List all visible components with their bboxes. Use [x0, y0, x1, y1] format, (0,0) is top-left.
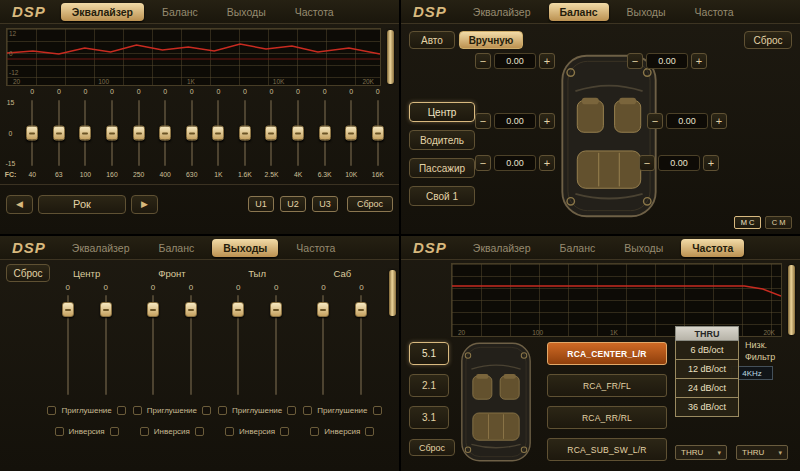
invert-checkbox-left[interactable]	[140, 427, 149, 436]
zone-button[interactable]: Пассажир	[409, 158, 475, 178]
mode-button[interactable]: 3.1	[409, 406, 449, 429]
tab-balance[interactable]: Баланс	[148, 239, 206, 257]
eq-reset-button[interactable]: Сброс	[347, 196, 393, 212]
rca-channel-button[interactable]: RCA_CENTER_L/R	[547, 342, 667, 365]
eq-graph-scrollbar[interactable]	[387, 30, 394, 84]
slider-thumb[interactable]	[53, 126, 65, 141]
eq-band-slider[interactable]	[232, 98, 259, 168]
mute-checkbox-left[interactable]	[303, 406, 312, 415]
eq-band-slider[interactable]	[205, 98, 232, 168]
mute-checkbox-right[interactable]	[373, 406, 382, 415]
eq-band-slider[interactable]	[19, 98, 46, 168]
mute-checkbox-left[interactable]	[218, 406, 227, 415]
tab-balance[interactable]: Баланс	[549, 3, 609, 21]
invert-checkbox-left[interactable]	[310, 427, 319, 436]
slider-thumb[interactable]	[62, 302, 74, 317]
preset-prev-button[interactable]: ◀	[6, 195, 33, 214]
memory-button[interactable]: U3	[312, 196, 338, 212]
tab-equalizer[interactable]: Эквалайзер	[462, 3, 542, 21]
outputs-reset-button[interactable]: Сброс	[6, 264, 50, 282]
eq-band-slider[interactable]	[365, 98, 392, 168]
eq-band-slider[interactable]	[311, 98, 338, 168]
channel-slider[interactable]	[97, 293, 115, 397]
mute-checkbox-right[interactable]	[117, 406, 126, 415]
minus-button[interactable]: −	[475, 53, 491, 69]
preset-button[interactable]: Рок	[38, 195, 126, 214]
rca-channel-button[interactable]: RCA_SUB_SW_L/R	[547, 438, 667, 461]
eq-band-slider[interactable]	[178, 98, 205, 168]
invert-checkbox-left[interactable]	[225, 427, 234, 436]
tab-frequency[interactable]: Частота	[284, 3, 345, 21]
eq-band-slider[interactable]	[152, 98, 179, 168]
eq-band-slider[interactable]	[125, 98, 152, 168]
slider-thumb[interactable]	[270, 302, 282, 317]
mute-checkbox-right[interactable]	[202, 406, 211, 415]
slope-option[interactable]: 12 dB/oct	[675, 360, 739, 379]
slider-thumb[interactable]	[239, 126, 251, 141]
manual-button[interactable]: Вручную	[459, 31, 523, 49]
thru-select[interactable]: THRU ▾	[736, 445, 788, 460]
plus-button[interactable]: +	[711, 113, 727, 129]
invert-checkbox-right[interactable]	[110, 427, 119, 436]
mute-checkbox-left[interactable]	[133, 406, 142, 415]
eq-band-slider[interactable]	[46, 98, 73, 168]
slider-thumb[interactable]	[212, 126, 224, 141]
invert-checkbox-right[interactable]	[195, 427, 204, 436]
slider-thumb[interactable]	[372, 126, 384, 141]
balance-reset-button[interactable]: Сброс	[744, 31, 792, 49]
channel-slider[interactable]	[314, 293, 332, 397]
slider-thumb[interactable]	[147, 302, 159, 317]
invert-checkbox-right[interactable]	[280, 427, 289, 436]
tab-equalizer[interactable]: Эквалайзер	[61, 239, 141, 257]
preset-next-button[interactable]: ▶	[131, 195, 158, 214]
plus-button[interactable]: +	[539, 53, 555, 69]
minus-button[interactable]: −	[639, 155, 655, 171]
zone-button[interactable]: Центр	[409, 102, 475, 122]
slope-option[interactable]: 6 dB/oct	[675, 341, 739, 360]
slider-thumb[interactable]	[186, 126, 198, 141]
slider-thumb[interactable]	[133, 126, 145, 141]
slider-thumb[interactable]	[79, 126, 91, 141]
auto-button[interactable]: Авто	[409, 31, 455, 49]
zone-button[interactable]: Водитель	[409, 130, 475, 150]
frequency-reset-button[interactable]: Сброс	[409, 439, 455, 456]
slope-option[interactable]: 24 dB/oct	[675, 379, 739, 398]
slider-thumb[interactable]	[292, 126, 304, 141]
eq-band-slider[interactable]	[258, 98, 285, 168]
slider-thumb[interactable]	[232, 302, 244, 317]
eq-band-slider[interactable]	[72, 98, 99, 168]
minus-button[interactable]: −	[475, 113, 491, 129]
tab-frequency[interactable]: Частота	[684, 3, 745, 21]
rca-channel-button[interactable]: RCA_FR/FL	[547, 374, 667, 397]
outputs-scrollbar[interactable]	[389, 270, 396, 316]
thru-select[interactable]: THRU ▾	[675, 445, 727, 460]
tab-outputs[interactable]: Выходы	[216, 3, 277, 21]
plus-button[interactable]: +	[691, 53, 707, 69]
plus-button[interactable]: +	[539, 155, 555, 171]
zone-button[interactable]: Свой 1	[409, 186, 475, 206]
channel-slider[interactable]	[267, 293, 285, 397]
plus-button[interactable]: +	[539, 113, 555, 129]
mode-button[interactable]: 5.1	[409, 342, 449, 365]
minus-button[interactable]: −	[647, 113, 663, 129]
eq-band-slider[interactable]	[338, 98, 365, 168]
tab-outputs[interactable]: Выходы	[212, 239, 278, 257]
tab-outputs[interactable]: Выходы	[616, 3, 677, 21]
eq-band-slider[interactable]	[285, 98, 312, 168]
slider-thumb[interactable]	[319, 126, 331, 141]
mc-button[interactable]: M C	[734, 216, 761, 229]
channel-slider[interactable]	[352, 293, 370, 397]
slider-thumb[interactable]	[100, 302, 112, 317]
channel-slider[interactable]	[144, 293, 162, 397]
tab-frequency[interactable]: Частота	[681, 239, 744, 257]
slider-thumb[interactable]	[345, 126, 357, 141]
slider-thumb[interactable]	[355, 302, 367, 317]
memory-button[interactable]: U1	[248, 196, 274, 212]
invert-checkbox-right[interactable]	[365, 427, 374, 436]
eq-band-slider[interactable]	[99, 98, 126, 168]
minus-button[interactable]: −	[475, 155, 491, 171]
tab-frequency[interactable]: Частота	[285, 239, 346, 257]
slider-thumb[interactable]	[106, 126, 118, 141]
slider-thumb[interactable]	[265, 126, 277, 141]
memory-button[interactable]: U2	[280, 196, 306, 212]
